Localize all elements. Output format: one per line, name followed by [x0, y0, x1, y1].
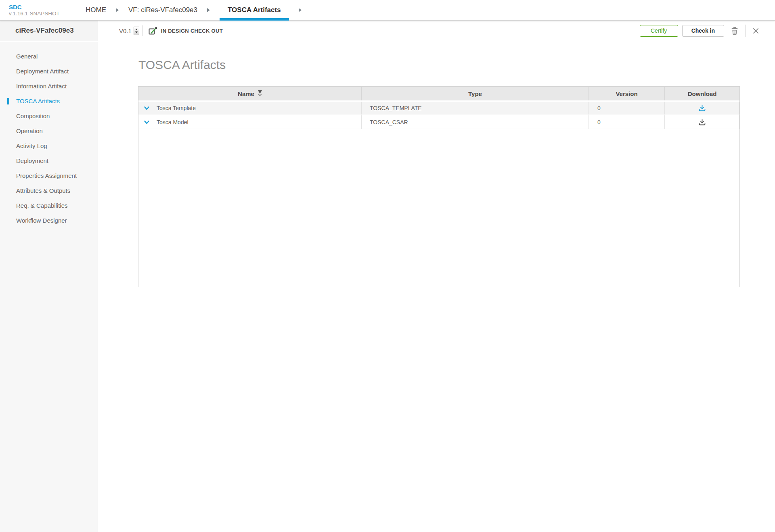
delete-button[interactable] — [730, 25, 739, 36]
sidebar-item-properties-assignment[interactable]: Properties Assignment — [0, 168, 98, 183]
sidebar-item-general[interactable]: General — [0, 49, 98, 64]
table-header-row: Name Type Version Download — [138, 87, 739, 102]
artifact-name-cell: Tosca Template — [138, 102, 362, 115]
sidebar-item-operation[interactable]: Operation — [0, 123, 98, 138]
download-icon — [699, 119, 706, 125]
checkout-icon — [149, 27, 157, 35]
table-row[interactable]: Tosca Template TOSCA_TEMPLATE 0 — [138, 102, 739, 115]
toolbar-main: V0.1 IN DESIGN CHECK OUT Certify Check i… — [98, 21, 775, 41]
toolbar-divider — [745, 25, 746, 37]
chevron-down-icon — [258, 94, 262, 96]
column-header-name[interactable]: Name — [138, 87, 362, 100]
stepper-down-icon — [135, 31, 138, 33]
sidebar: General Deployment Artifact Information … — [0, 42, 98, 532]
version-stepper[interactable] — [134, 27, 139, 35]
toolbar: ciRes-VFafec09e3 V0.1 IN DESIGN CHECK OU… — [0, 21, 775, 41]
artifact-download-cell — [665, 102, 739, 115]
breadcrumb-home[interactable]: HOME — [86, 0, 106, 20]
main-content: TOSCA Artifacts Name Type Version Downlo… — [98, 41, 775, 287]
artifact-download-cell — [665, 115, 739, 129]
top-header: SDC v.1.16.1-SNAPSHOT HOME VF: ciRes-VFa… — [0, 0, 775, 21]
artifact-name: Tosca Model — [157, 119, 189, 125]
checkin-button[interactable]: Check in — [682, 25, 724, 37]
table-row[interactable]: Tosca Model TOSCA_CSAR 0 — [138, 115, 739, 129]
column-header-name-label: Name — [238, 90, 254, 97]
artifact-name-cell: Tosca Model — [138, 115, 362, 129]
breadcrumb-arrow-icon — [116, 8, 119, 12]
page-title: TOSCA Artifacts — [138, 58, 775, 72]
toolbar-actions: Certify Check in — [640, 25, 766, 37]
sidebar-item-tosca-artifacts[interactable]: TOSCA Artifacts — [0, 94, 98, 108]
status-text: IN DESIGN CHECK OUT — [161, 28, 223, 34]
sidebar-item-deployment[interactable]: Deployment — [0, 153, 98, 168]
version-value: V0.1 — [119, 27, 132, 34]
column-header-type: Type — [362, 87, 589, 100]
sdc-logo-version: v.1.16.1-SNAPSHOT — [9, 10, 86, 17]
close-icon — [753, 28, 759, 34]
toolbar-divider — [142, 25, 143, 36]
download-icon — [699, 105, 706, 111]
sdc-logo[interactable]: SDC v.1.16.1-SNAPSHOT — [0, 4, 86, 17]
tosca-artifacts-table: Name Type Version Download Tosca — [138, 86, 740, 287]
certify-button[interactable]: Certify — [640, 25, 678, 37]
artifact-name: Tosca Template — [157, 105, 196, 111]
tab-tosca-artifacts[interactable]: TOSCA Artifacts — [220, 0, 289, 20]
artifact-version-cell: 0 — [589, 102, 665, 115]
artifact-version-cell: 0 — [589, 115, 665, 129]
sidebar-item-attributes-outputs[interactable]: Attributes & Outputs — [0, 183, 98, 198]
download-button[interactable] — [696, 118, 708, 126]
stepper-up-icon — [135, 29, 138, 30]
expand-row-button[interactable] — [144, 120, 150, 124]
trash-icon — [731, 26, 739, 35]
download-button[interactable] — [696, 104, 708, 112]
breadcrumb: HOME VF: ciRes-VFafec09e3 TOSCA Artifact… — [86, 0, 311, 20]
sidebar-item-workflow-designer[interactable]: Workflow Designer — [0, 213, 98, 228]
sidebar-item-information-artifact[interactable]: Information Artifact — [0, 79, 98, 94]
column-header-version: Version — [589, 87, 665, 100]
expand-row-button[interactable] — [144, 106, 150, 110]
sdc-logo-title: SDC — [9, 4, 86, 10]
entity-name: ciRes-VFafec09e3 — [0, 21, 98, 41]
sort-filter-icon[interactable] — [258, 90, 262, 96]
breadcrumb-arrow-icon — [207, 8, 210, 12]
sidebar-item-composition[interactable]: Composition — [0, 108, 98, 123]
sidebar-item-activity-log[interactable]: Activity Log — [0, 138, 98, 153]
funnel-icon — [258, 90, 262, 94]
artifact-type-cell: TOSCA_TEMPLATE — [362, 102, 589, 115]
column-header-download: Download — [665, 87, 739, 100]
chevron-down-icon — [144, 106, 150, 110]
lifecycle-status: IN DESIGN CHECK OUT — [149, 27, 223, 35]
breadcrumb-vf[interactable]: VF: ciRes-VFafec09e3 — [128, 0, 197, 20]
artifact-type-cell: TOSCA_CSAR — [362, 115, 589, 129]
sidebar-item-req-capabilities[interactable]: Req. & Capabilities — [0, 198, 98, 213]
sidebar-item-deployment-artifact[interactable]: Deployment Artifact — [0, 64, 98, 79]
close-button[interactable] — [752, 27, 760, 35]
chevron-down-icon — [144, 120, 150, 124]
breadcrumb-arrow-icon — [299, 8, 302, 12]
